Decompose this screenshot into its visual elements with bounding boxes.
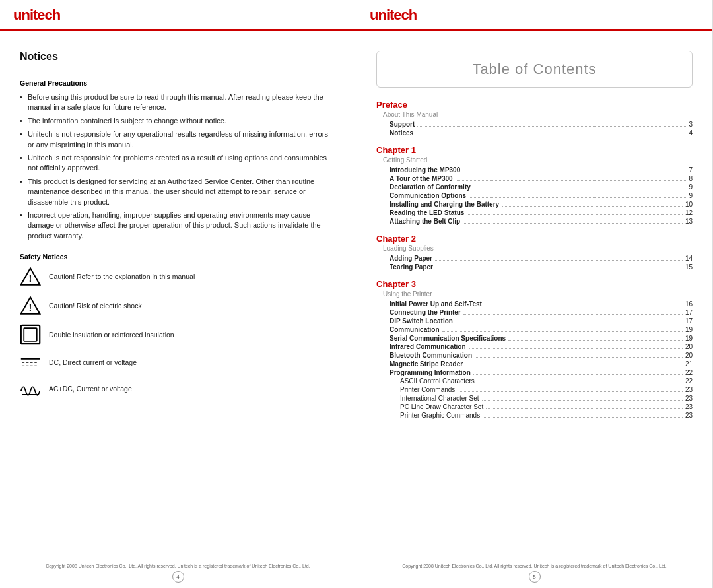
toc-entry-graphic-commands: Printer Graphic Commands 23 (376, 411, 693, 420)
left-header: unitech (0, 0, 356, 31)
toc-chapter-preface: Preface (376, 100, 693, 110)
list-item: Unitech is not responsible for any opera… (20, 129, 336, 150)
toc-entry-adding-paper: Adding Paper 14 (376, 254, 693, 263)
left-content: Notices General Precautions Before using… (0, 31, 356, 558)
svg-rect-5 (24, 328, 37, 341)
right-logo-prefix: uni (370, 7, 390, 23)
toc-entry-printer-commands: Printer Commands 23 (376, 385, 693, 394)
safety-text-3: Double insulation or reinforced insulati… (49, 331, 174, 339)
toc-entry-bluetooth: Bluetooth Communication 20 (376, 351, 693, 360)
toc-entry-declaration: Declaration of Conformity 9 (376, 183, 693, 191)
right-header: unitech (356, 0, 712, 31)
right-logo: unitech (370, 7, 417, 24)
toc-entry-led: Reading the LED Status 12 (376, 209, 693, 217)
double-insulation-icon (20, 324, 41, 345)
toc-chapter3-title: Chapter 3 (376, 279, 693, 289)
toc-entry-belt: Attaching the Belt Clip 13 (376, 217, 693, 226)
toc-entry-communication: Communication 19 (376, 325, 693, 334)
toc-title-box: Table of Contents (376, 51, 693, 88)
list-item: The information contained is subject to … (20, 116, 336, 126)
svg-text:!: ! (29, 302, 32, 313)
toc-chapter3: Chapter 3 Using the Printer Initial Powe… (376, 279, 693, 420)
safety-text-5: AC+DC, Current or voltage (49, 385, 132, 393)
right-logo-suffix: ech (393, 7, 417, 23)
safety-text-1: Caution! Refer to the explanation in thi… (49, 273, 195, 280)
list-item: Before using this product be sure to rea… (20, 92, 336, 113)
toc-preface: Preface About This Manual Support 3 Noti… (376, 100, 693, 137)
right-footer: Copyright 2008 Unitech Electronics Co., … (356, 558, 712, 588)
safety-row-5: AC+DC, Current or voltage (20, 379, 336, 398)
toc-subtitle-ch3: Using the Printer (376, 290, 693, 298)
left-footer: Copyright 2008 Unitech Electronics Co., … (0, 558, 356, 588)
warning-icon-2: ! (20, 295, 41, 316)
right-page-number: 5 (529, 571, 541, 583)
toc-entry-intl-chars: International Character Set 23 (376, 394, 693, 403)
safety-row-4: DC, Direct current or voltage (20, 353, 336, 372)
list-item: Unitech is not responsible for problems … (20, 153, 336, 174)
toc-entry-ascii: ASCII Control Characters 22 (376, 377, 693, 385)
safety-heading: Safety Notices (20, 253, 336, 261)
toc-entry-battery: Installing and Charging the Battery 10 (376, 200, 693, 209)
dc-icon (20, 353, 41, 372)
toc-entry-tearing-paper: Tearing Paper 15 (376, 263, 693, 271)
toc-entry-selftest: Initial Power Up and Self-Test 16 (376, 300, 693, 308)
right-page: unitech Table of Contents Preface About … (356, 0, 713, 588)
toc-entry-tour-mp300: A Tour of the MP300 8 (376, 174, 693, 183)
safety-text-2: Caution! Risk of electric shock (49, 302, 142, 310)
notices-title: Notices (20, 51, 336, 67)
list-item: This product is designed for servicing a… (20, 177, 336, 207)
left-page-number: 4 (172, 571, 184, 583)
left-page: unitech Notices General Precautions Befo… (0, 0, 356, 588)
toc-chapter2: Chapter 2 Loading Supplies Adding Paper … (376, 234, 693, 271)
right-copyright: Copyright 2008 Unitech Electronics Co., … (370, 564, 699, 568)
logo-suffix: ech (37, 7, 60, 23)
toc-entry-magnetic: Magnetic Stripe Reader 21 (376, 360, 693, 368)
toc-chapter2-title: Chapter 2 (376, 234, 693, 244)
ac-dc-icon (20, 379, 41, 398)
safety-row-2: ! Caution! Risk of electric shock (20, 295, 336, 316)
left-copyright: Copyright 2008 Unitech Electronics Co., … (13, 564, 343, 568)
toc-entry-notices: Notices 4 (376, 129, 693, 137)
right-content: Table of Contents Preface About This Man… (356, 31, 712, 558)
precautions-list: Before using this product be sure to rea… (20, 92, 336, 241)
toc-entry-mp300-intro: Introducing the MP300 7 (376, 166, 693, 174)
toc-entry-serial-comm: Serial Communication Specifications 19 (376, 334, 693, 343)
toc-subtitle-preface: About This Manual (376, 111, 693, 118)
safety-row-1: ! Caution! Refer to the explanation in t… (20, 266, 336, 287)
toc-entry-infrared: Infrared Communication 20 (376, 343, 693, 351)
toc-entry-pc-line: PC Line Draw Character Set 23 (376, 403, 693, 411)
toc-entry-dip: DIP Switch Location 17 (376, 317, 693, 325)
list-item: Incorrect operation, handling, improper … (20, 211, 336, 241)
toc-chapter1-title: Chapter 1 (376, 145, 693, 155)
toc-entry-comm-options: Communication Options 9 (376, 191, 693, 200)
toc-entry-programming: Programming Information 22 (376, 368, 693, 377)
toc-chapter1: Chapter 1 Getting Started Introducing th… (376, 145, 693, 226)
safety-icons: ! Caution! Refer to the explanation in t… (20, 266, 336, 398)
toc-entry-connecting: Connecting the Printer 17 (376, 308, 693, 317)
left-logo: unitech (13, 7, 60, 24)
toc-subtitle-ch1: Getting Started (376, 156, 693, 164)
safety-text-4: DC, Direct current or voltage (49, 358, 137, 366)
toc-subtitle-ch2: Loading Supplies (376, 245, 693, 252)
safety-row-3: Double insulation or reinforced insulati… (20, 324, 336, 345)
warning-icon-1: ! (20, 266, 41, 287)
toc-entry-support: Support 3 (376, 120, 693, 129)
svg-text:!: ! (29, 273, 32, 284)
toc-title: Table of Contents (390, 61, 679, 78)
logo-prefix: uni (13, 7, 33, 23)
general-precautions-heading: General Precautions (20, 79, 336, 87)
